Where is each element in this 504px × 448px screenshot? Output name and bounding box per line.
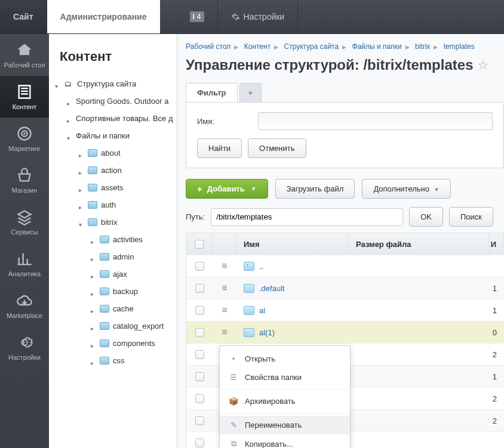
- checkbox-icon[interactable]: [195, 240, 204, 249]
- tree-item[interactable]: Sporting Goods. Outdoor a: [67, 92, 177, 110]
- row-checkbox[interactable]: [195, 372, 204, 381]
- tree-folder[interactable]: activities: [91, 231, 177, 248]
- row-name-link[interactable]: .default: [259, 284, 285, 293]
- ctx-rename[interactable]: ✎Переименовать: [220, 416, 350, 434]
- folder-icon: [100, 236, 109, 243]
- tree-folder[interactable]: action: [79, 162, 177, 179]
- tree-folder[interactable]: auth: [79, 196, 177, 214]
- crumb-link[interactable]: Файлы и папки: [352, 42, 402, 51]
- tree-folder[interactable]: css: [91, 352, 177, 369]
- column-right[interactable]: И: [489, 233, 504, 255]
- upload-button[interactable]: Загрузить файл: [275, 179, 355, 199]
- filter-find-button[interactable]: Найти: [197, 138, 242, 158]
- tree-folder[interactable]: admin: [91, 248, 177, 265]
- left-rail: Рабочий стол Контент Маркетинг Магазин С…: [0, 34, 49, 448]
- caret-icon[interactable]: [67, 133, 72, 138]
- caret-icon[interactable]: [91, 323, 96, 329]
- caret-icon[interactable]: [79, 202, 84, 208]
- tree-files[interactable]: Файлы и папки: [67, 127, 177, 144]
- path-search-button[interactable]: Поиск: [449, 207, 493, 227]
- row-checkbox[interactable]: [195, 394, 204, 403]
- row-menu-button[interactable]: ≡: [213, 327, 236, 338]
- rail-analytics[interactable]: Аналитика: [0, 243, 49, 285]
- caret-icon[interactable]: [79, 220, 84, 225]
- caret-icon[interactable]: [91, 358, 96, 363]
- tree-folder[interactable]: components: [91, 335, 177, 352]
- rail-settings[interactable]: Настройки: [0, 326, 49, 368]
- folder-icon: [244, 328, 254, 337]
- rail-marketing[interactable]: Маркетинг: [0, 118, 49, 159]
- tree-folder[interactable]: backup: [91, 283, 177, 300]
- row-checkbox[interactable]: [195, 306, 204, 315]
- ctx-archive[interactable]: 📦Архивировать: [220, 392, 350, 410]
- top-admin-button[interactable]: Администрирование: [47, 0, 160, 33]
- table-row[interactable]: ≡al1: [186, 299, 504, 321]
- caret-icon[interactable]: [91, 289, 96, 294]
- column-name[interactable]: Имя: [236, 233, 349, 255]
- tree-folder[interactable]: about: [79, 144, 177, 162]
- tree-folder[interactable]: cache: [91, 300, 177, 317]
- tree-folder-label: admin: [113, 252, 134, 261]
- tree-item[interactable]: Спортивные товары. Все д: [67, 110, 177, 127]
- column-checkbox[interactable]: [186, 233, 213, 255]
- row-checkbox[interactable]: [195, 438, 204, 447]
- row-menu-button[interactable]: ≡: [213, 261, 236, 271]
- top-site-button[interactable]: Сайт: [0, 0, 47, 33]
- add-button[interactable]: +Добавить▼: [186, 179, 268, 199]
- rail-marketplace[interactable]: Marketplace: [0, 285, 49, 326]
- path-ok-button[interactable]: OK: [409, 207, 443, 227]
- row-menu-button[interactable]: ≡: [213, 305, 236, 316]
- row-checkbox[interactable]: [195, 350, 204, 359]
- tree-item-label: Sporting Goods. Outdoor a: [76, 97, 168, 106]
- caret-icon[interactable]: [67, 116, 72, 121]
- tree-folder[interactable]: catalog_export: [91, 317, 177, 335]
- ctx-props[interactable]: ☰Свойства папки: [220, 368, 350, 387]
- ctx-open[interactable]: •Открыть: [220, 350, 350, 368]
- tree-folder[interactable]: ajax: [91, 265, 177, 283]
- crumb-link[interactable]: Контент: [244, 42, 271, 51]
- add-button-label: Добавить: [207, 184, 245, 193]
- row-checkbox[interactable]: [195, 416, 204, 425]
- caret-icon[interactable]: [79, 185, 84, 190]
- tree-folder-bitrix[interactable]: bitrix: [79, 214, 177, 231]
- caret-icon[interactable]: [91, 306, 96, 311]
- path-input[interactable]: [211, 208, 403, 226]
- table-row[interactable]: ≡..: [186, 255, 504, 277]
- top-notifications-button[interactable]: i4: [177, 0, 218, 33]
- rail-home[interactable]: Рабочий стол: [0, 34, 49, 76]
- table-row[interactable]: ≡al(1)0: [186, 321, 504, 343]
- caret-icon[interactable]: [91, 254, 96, 259]
- caret-icon[interactable]: [79, 150, 84, 156]
- column-size[interactable]: Размер файла: [349, 233, 489, 255]
- additional-button[interactable]: Дополнительно ▼: [362, 179, 450, 199]
- row-name-link[interactable]: al: [259, 306, 265, 315]
- crumb-link[interactable]: templates: [444, 42, 475, 51]
- ctx-copy[interactable]: ⧉Копировать...: [220, 434, 350, 448]
- row-menu-button[interactable]: ≡: [213, 283, 236, 293]
- caret-icon[interactable]: [79, 168, 84, 173]
- rail-content[interactable]: Контент: [0, 76, 49, 118]
- filter-tab[interactable]: Фильтр: [186, 83, 238, 102]
- caret-icon[interactable]: [67, 98, 72, 104]
- filter-name-input[interactable]: [258, 112, 493, 130]
- caret-icon[interactable]: [91, 271, 96, 277]
- row-checkbox[interactable]: [195, 262, 204, 271]
- filter-tab-add[interactable]: +: [239, 83, 262, 102]
- rail-services[interactable]: Сервисы: [0, 201, 49, 243]
- caret-icon[interactable]: [55, 81, 60, 86]
- row-name-link[interactable]: al(1): [259, 328, 275, 337]
- crumb-link[interactable]: bitrix: [415, 42, 430, 51]
- table-row[interactable]: ≡.default1: [186, 277, 504, 299]
- row-checkbox[interactable]: [195, 328, 204, 337]
- tree-folder[interactable]: assets: [79, 179, 177, 196]
- star-icon[interactable]: ☆: [478, 58, 488, 72]
- top-settings-button[interactable]: Настройки: [218, 0, 299, 33]
- crumb-link[interactable]: Структура сайта: [284, 42, 339, 51]
- caret-icon[interactable]: [91, 341, 96, 346]
- crumb-link[interactable]: Рабочий стол: [186, 42, 231, 51]
- tree-root[interactable]: 🗂Структура сайта: [55, 75, 177, 92]
- rail-shop[interactable]: Магазин: [0, 159, 49, 201]
- row-checkbox[interactable]: [195, 284, 204, 293]
- filter-cancel-button[interactable]: Отменить: [248, 138, 306, 158]
- caret-icon[interactable]: [91, 237, 96, 242]
